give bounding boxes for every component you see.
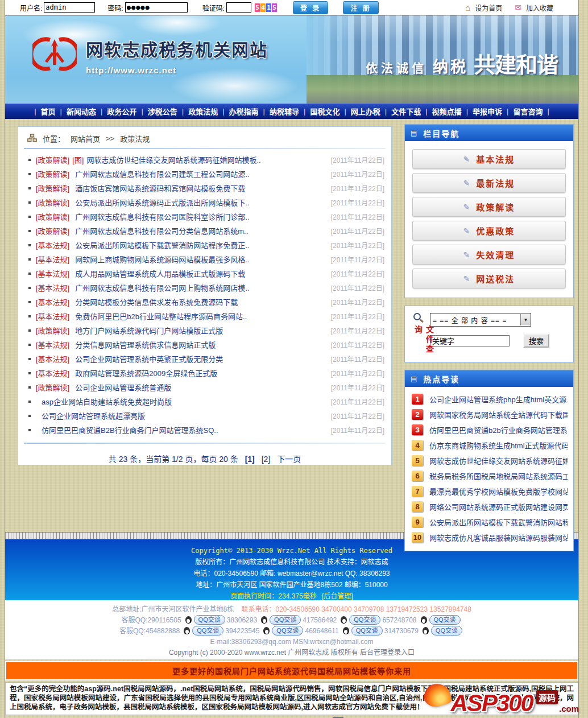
article-title-link[interactable]: 广州网软志成信息科技有限公司网上购物系统网店模.. bbox=[75, 282, 249, 293]
page-2-link[interactable]: [2] bbox=[262, 455, 271, 464]
sidebar-category-button[interactable]: ✎ 政策解读 bbox=[412, 197, 566, 217]
bullet-icon bbox=[28, 358, 31, 360]
hot-read-link[interactable]: 网软国家税务局网站系统全站源代码下载国.. bbox=[429, 409, 568, 420]
sidebar-category-label: 政策解读 bbox=[476, 201, 515, 213]
article-title-link[interactable]: 公司企业网站管理系统普通版 bbox=[75, 382, 171, 393]
article-title-link[interactable]: 广州网软志成信息科技有限公司医院科室诊所门诊部.. bbox=[75, 211, 249, 222]
hot-read-link[interactable]: 仿阿里巴巴商贸通b2b行业商务网站管理系.. bbox=[429, 424, 568, 435]
article-title-link[interactable]: 免费仿阿里巴巴b2b行业网站整站程序源码商务网站.. bbox=[75, 311, 247, 321]
pager-divider bbox=[24, 443, 386, 444]
qq-chat-badge[interactable]: QQ交谈 bbox=[192, 626, 223, 636]
article-category: [基本法规] bbox=[36, 254, 69, 265]
add-favorite-link[interactable]: 加入收藏 bbox=[526, 3, 553, 13]
sidebar-category-button[interactable]: ✎ 优惠政策 bbox=[412, 221, 566, 241]
nav-item-4[interactable]: 政策法规 bbox=[184, 106, 222, 117]
hot-read-link[interactable]: 网络公司网站系统源码正式版网站建设网页.. bbox=[429, 501, 568, 512]
article-image-tag: [图] bbox=[72, 154, 84, 165]
rank-badge: 5 bbox=[412, 455, 423, 466]
hot-read-row: 5 网软志成仿世纪佳缘交友网站系统源码征婚.. bbox=[405, 453, 573, 468]
article-list: [政策解读] [图] 网软志成仿世纪佳缘交友网站系统源码征婚网站模板.. [20… bbox=[18, 152, 391, 437]
chevron-down-icon[interactable]: ▼ bbox=[520, 314, 531, 325]
article-title-link[interactable]: 网软网上商城购物网站系统源码网站模板最强多风格.. bbox=[75, 254, 249, 265]
article-title-link[interactable]: 地方门户网站系统源代码门户网站模版正式版 bbox=[75, 325, 223, 336]
captcha-input[interactable] bbox=[226, 2, 251, 13]
article-title-link[interactable]: 仿阿里巴巴商贸通B2B行业商务门户网站管理系统SQ.. bbox=[42, 424, 218, 435]
qq-penguin-icon bbox=[263, 627, 270, 634]
set-homepage-link[interactable]: 设为首页 bbox=[475, 3, 502, 13]
rank-badge: 8 bbox=[412, 501, 423, 512]
hot-read-link[interactable]: 网软志成仿凡客诚品服装网站源码服装网站.. bbox=[429, 532, 568, 543]
qq-chat-badge[interactable]: QQ交谈 bbox=[272, 626, 303, 636]
login-button[interactable]: 登 录 bbox=[293, 1, 328, 14]
sidebar-category-label: 网送税法 bbox=[476, 273, 515, 284]
qq-chat-badge[interactable]: QQ交谈 bbox=[349, 615, 380, 625]
sidebar-category-button[interactable]: ✎ 基本法规 bbox=[412, 149, 566, 169]
site-url: http://www.wrzc.net bbox=[86, 65, 268, 75]
qq-chat-badge[interactable]: QQ交谈 bbox=[429, 615, 461, 625]
article-row: [政策解读] [图] 网软志成仿世纪佳缘交友网站系统源码征婚网站模板.. [20… bbox=[18, 152, 391, 167]
hot-read-link[interactable]: 最漂亮最优秀学校网站模板免费版学校网站.. bbox=[429, 486, 568, 497]
bullet-icon bbox=[28, 216, 31, 218]
nav-item-1[interactable]: 新闻动态 bbox=[62, 106, 101, 117]
content-select[interactable]: = == 全 部 内 容 == = ▼ bbox=[430, 313, 531, 327]
article-title-link[interactable]: asp企业网站自助建站系统免费超时尚版 bbox=[42, 396, 172, 407]
password-input[interactable] bbox=[125, 2, 188, 13]
hot-read-link[interactable]: 公安局派出所网站模板下载武警消防网站程.. bbox=[429, 517, 568, 527]
nav-item-0[interactable]: 首页 bbox=[36, 106, 60, 117]
asp300-watermark: ASP300 源码 .com bbox=[424, 684, 579, 715]
article-title-link[interactable]: 网软志成仿世纪佳缘交友网站系统源码征婚网站模板.. bbox=[86, 154, 260, 165]
article-title-link[interactable]: 分类信息网站管理系统供求信息网站正式版 bbox=[75, 339, 216, 350]
qq-chat-badge[interactable]: QQ交谈 bbox=[194, 615, 225, 625]
nav-item-7[interactable]: 国税文化 bbox=[305, 106, 344, 117]
article-title-link[interactable]: 分类网站模板分类信息供求发布系统免费源码下载 bbox=[75, 296, 238, 307]
nav-item-8[interactable]: 网上办税 bbox=[346, 106, 385, 117]
sidebar-category-button[interactable]: ✎ 最新法规 bbox=[412, 173, 566, 193]
article-title-link[interactable]: 公安局派出所网站系统源码正式版派出所网站模板下.. bbox=[75, 197, 249, 208]
topbar-right: ⌂ 设为首页 ✉ 加入收藏 bbox=[465, 3, 578, 13]
nav-item-10[interactable]: 视频点播 bbox=[428, 106, 466, 117]
rank-badge: 1 bbox=[412, 394, 423, 405]
rank-badge: 4 bbox=[412, 440, 423, 451]
next-page-link[interactable]: 下一页 bbox=[277, 455, 301, 464]
hot-read-link[interactable]: 税务局税务所国税局地税局网站系统源码工.. bbox=[429, 471, 568, 481]
column-nav-items: ✎ 基本法规 ✎ 最新法规 ✎ 政策解读 ✎ 优惠政策 ✎ 失效清理 ✎ 网送税… bbox=[405, 141, 573, 298]
sidebar-category-button[interactable]: ✎ 失效清理 bbox=[412, 245, 566, 265]
admin-login-link[interactable]: 后台管理登录入口 bbox=[360, 649, 415, 657]
article-title-link[interactable]: 政府网站管理系统源码2009全屏绿色正式版 bbox=[75, 368, 217, 378]
qq-chat-badge[interactable]: QQ交谈 bbox=[351, 626, 383, 636]
hot-read-row: 1 公司企业网站管理系统php生成html英文源.. bbox=[405, 391, 573, 407]
article-title-link[interactable]: 广州网软志成信息科技有限公司建筑工程公司网站源.. bbox=[75, 168, 249, 179]
nav-item-6[interactable]: 纳税辅导 bbox=[265, 106, 304, 117]
nav-item-12[interactable]: 留言咨询 bbox=[508, 106, 547, 117]
search-button[interactable]: 搜索 bbox=[523, 333, 549, 348]
article-title-link[interactable]: 成人用品网站管理系统成人用品模板正式版源码下载 bbox=[75, 268, 245, 279]
sidebar-category-button[interactable]: ✎ 网送税法 bbox=[412, 269, 566, 288]
article-title-link[interactable]: 公安局派出所网站模板下载武警消防网站程序免费正.. bbox=[75, 240, 249, 250]
nav-item-2[interactable]: 政务公开 bbox=[102, 106, 141, 117]
qq-chat-badge[interactable]: QQ交谈 bbox=[270, 615, 301, 625]
qq-number: 38306293 bbox=[227, 616, 257, 624]
tax-logo bbox=[32, 36, 77, 75]
article-title-link[interactable]: 广州网软志成信息科技有限公司分类信息网站系统m.. bbox=[75, 225, 248, 236]
article-title-link[interactable]: 公司企业网站管理系统中英繁正式版无限分类 bbox=[75, 353, 223, 364]
article-row: [政策解读] 广州网软志成信息科技有限公司建筑工程公司网站源.. [2011年1… bbox=[18, 167, 391, 181]
nav-item-3[interactable]: 涉税公告 bbox=[143, 106, 182, 117]
admin-link[interactable]: [后台管理] bbox=[322, 592, 353, 600]
article-title-link[interactable]: 公司企业网站管理系统超漂亮版 bbox=[42, 410, 145, 421]
qq-chat-badge[interactable]: QQ交谈 bbox=[431, 626, 462, 636]
register-button[interactable]: 注 册 bbox=[343, 1, 378, 14]
hot-read-link[interactable]: 仿京东商城购物系统生成html正式版源代码.. bbox=[429, 440, 568, 451]
hot-read-link[interactable]: 公司企业网站管理系统php生成html英文源.. bbox=[429, 394, 568, 405]
page-1-link[interactable]: [1] bbox=[245, 455, 255, 464]
bullet-icon bbox=[28, 244, 31, 246]
username-input[interactable] bbox=[44, 2, 95, 13]
orange-banner: 更多更好的国税局门户网站系统源代码国税局网站模板等你来用 bbox=[5, 661, 578, 680]
hot-read-row: 2 网软国家税务局网站系统全站源代码下载国.. bbox=[405, 407, 573, 422]
article-title-link[interactable]: 酒店饭店宾馆网站系统源码和宾馆网站模板免费下载 bbox=[75, 183, 245, 193]
nav-item-11[interactable]: 举报申诉 bbox=[468, 106, 507, 117]
breadcrumb-home[interactable]: 网站首页 bbox=[71, 133, 100, 144]
nav-item-5[interactable]: 办税指南 bbox=[225, 106, 263, 117]
nav-item-9[interactable]: 文件下载 bbox=[387, 106, 425, 117]
keyword-input[interactable] bbox=[430, 335, 510, 346]
hot-read-link[interactable]: 网软志成仿世纪佳缘交友网站系统源码征婚.. bbox=[429, 455, 568, 466]
